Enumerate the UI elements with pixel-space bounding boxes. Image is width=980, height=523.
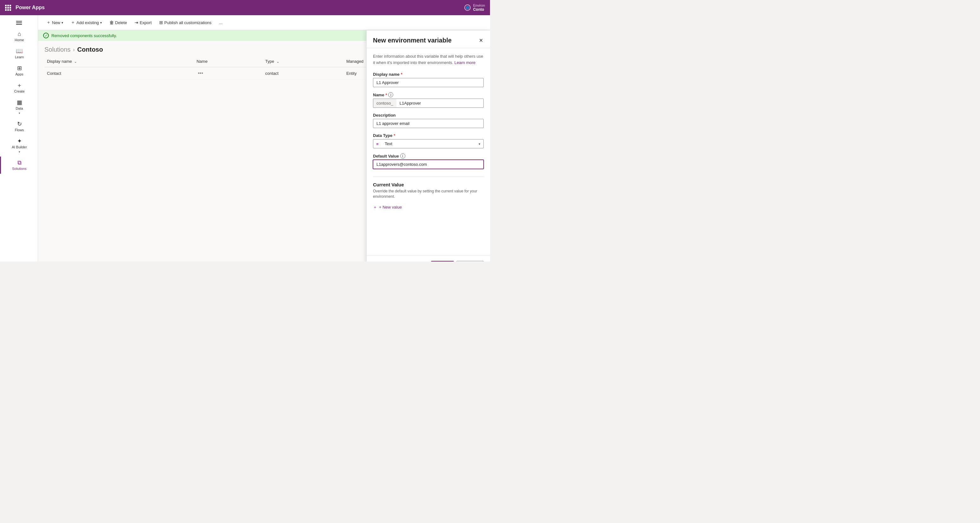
- new-chevron-icon: ▾: [62, 21, 63, 24]
- sidebar-item-learn[interactable]: 📖 Learn: [0, 45, 38, 62]
- name-label: Name * i: [373, 92, 484, 97]
- top-nav: Power Apps 🌐 Environ Conto: [0, 0, 490, 15]
- default-value-input[interactable]: [373, 160, 484, 169]
- ai-builder-icon: ✦: [17, 138, 22, 144]
- panel-body: Enter information about this variable th…: [367, 48, 490, 255]
- display-name-sort-icon: ⌄: [74, 60, 77, 63]
- name-info-icon[interactable]: i: [388, 92, 393, 97]
- data-type-select-wrapper: ≡ Text ▾: [373, 139, 484, 148]
- export-button[interactable]: ⇥ Export: [131, 18, 155, 27]
- new-value-plus-icon: ＋: [373, 204, 377, 210]
- add-existing-plus-icon: ＋: [71, 20, 75, 25]
- current-value-title: Current Value: [373, 182, 484, 187]
- default-value-label: Default Value i: [373, 154, 484, 158]
- top-nav-right: 🌐 Environ Conto: [464, 3, 485, 12]
- delete-icon: 🗑: [110, 20, 114, 25]
- learn-more-link[interactable]: Learn more: [455, 60, 476, 65]
- env-globe-icon[interactable]: 🌐: [464, 5, 471, 11]
- sidebar: ⌂ Home 📖 Learn ⊞ Apps ＋ Create ▦ Data ▾ …: [0, 15, 38, 262]
- flows-icon: ↻: [17, 121, 22, 127]
- hamburger-icon: [16, 21, 22, 25]
- data-chevron-icon: ▾: [19, 112, 20, 115]
- apps-icon: ⊞: [17, 65, 22, 71]
- new-plus-icon: ＋: [46, 20, 51, 25]
- sidebar-item-solutions[interactable]: ⧉ Solutions: [0, 157, 38, 174]
- cell-name: contact: [262, 67, 344, 79]
- data-type-required: *: [394, 133, 395, 138]
- display-name-input[interactable]: [373, 78, 484, 87]
- toolbar: ＋ New ▾ ＋ Add existing ▾ 🗑 Delete ⇥ Expo…: [38, 15, 490, 30]
- panel-close-button[interactable]: ✕: [478, 37, 484, 44]
- col-header-type[interactable]: Type ⌄: [262, 56, 344, 67]
- cancel-button[interactable]: Cancel: [457, 261, 484, 262]
- publish-icon: ⊞: [159, 20, 163, 25]
- more-button[interactable]: ...: [216, 18, 226, 27]
- learn-icon: 📖: [16, 48, 23, 54]
- panel-description: Enter information about this variable th…: [373, 53, 484, 66]
- description-input[interactable]: [373, 119, 484, 128]
- name-suffix-input[interactable]: [396, 98, 484, 108]
- name-prefix: contoso_: [373, 98, 396, 108]
- col-header-display-name[interactable]: Display name ⌄: [45, 56, 194, 67]
- hamburger-button[interactable]: [0, 18, 38, 28]
- panel-title: New environment variable: [373, 37, 452, 44]
- new-button[interactable]: ＋ New ▾: [43, 18, 66, 27]
- cell-display-name[interactable]: Contact: [45, 67, 194, 79]
- main-layout: ⌂ Home 📖 Learn ⊞ Apps ＋ Create ▦ Data ▾ …: [0, 15, 490, 262]
- new-env-variable-panel: New environment variable ✕ Enter informa…: [366, 30, 490, 262]
- solutions-icon: ⧉: [18, 160, 22, 165]
- data-type-text-icon: ≡: [376, 141, 379, 146]
- add-existing-button[interactable]: ＋ Add existing ▾: [68, 18, 105, 27]
- name-required: *: [385, 93, 387, 97]
- sidebar-item-home[interactable]: ⌂ Home: [0, 28, 38, 45]
- main-content: ＋ New ▾ ＋ Add existing ▾ 🗑 Delete ⇥ Expo…: [38, 15, 490, 262]
- panel-footer: Save Cancel: [367, 255, 490, 262]
- save-button[interactable]: Save: [431, 261, 454, 262]
- sidebar-item-data[interactable]: ▦ Data ▾: [0, 97, 38, 118]
- data-type-select[interactable]: Text: [373, 139, 484, 148]
- name-field-group: contoso_: [373, 98, 484, 108]
- add-existing-chevron-icon: ▾: [100, 21, 102, 24]
- panel-header: New environment variable ✕: [367, 30, 490, 48]
- env-info: Environ Conto: [473, 3, 485, 12]
- new-value-button[interactable]: ＋ + New value: [373, 203, 402, 211]
- app-title: Power Apps: [16, 5, 45, 11]
- display-name-label: Display name *: [373, 72, 484, 77]
- waffle-menu[interactable]: [5, 5, 11, 11]
- description-label: Description: [373, 113, 484, 117]
- breadcrumb-current: Contoso: [77, 46, 103, 53]
- col-header-name[interactable]: Name: [194, 56, 263, 67]
- breadcrumb-separator: ›: [73, 47, 75, 52]
- ai-chevron-icon: ▾: [19, 150, 20, 154]
- publish-button[interactable]: ⊞ Publish all customizations: [156, 18, 215, 27]
- row-more-icon[interactable]: •••: [197, 70, 205, 76]
- sidebar-item-create[interactable]: ＋ Create: [0, 79, 38, 97]
- default-value-info-icon[interactable]: i: [400, 154, 405, 158]
- create-icon: ＋: [16, 82, 22, 88]
- sidebar-item-apps[interactable]: ⊞ Apps: [0, 62, 38, 79]
- cell-row-actions: •••: [194, 67, 263, 79]
- data-type-label: Data Type *: [373, 133, 484, 138]
- current-value-desc: Override the default value by setting th…: [373, 189, 484, 200]
- export-icon: ⇥: [134, 20, 138, 25]
- sidebar-item-ai-builder[interactable]: ✦ AI Builder ▾: [0, 135, 38, 157]
- success-check-icon: ✓: [43, 33, 49, 38]
- breadcrumb-solutions-link[interactable]: Solutions: [45, 46, 70, 53]
- data-icon: ▦: [17, 100, 22, 105]
- sidebar-item-flows[interactable]: ↻ Flows: [0, 118, 38, 135]
- delete-button[interactable]: 🗑 Delete: [106, 18, 130, 27]
- type-sort-icon: ⌄: [277, 60, 279, 63]
- display-name-required: *: [401, 72, 402, 77]
- home-icon: ⌂: [18, 31, 21, 37]
